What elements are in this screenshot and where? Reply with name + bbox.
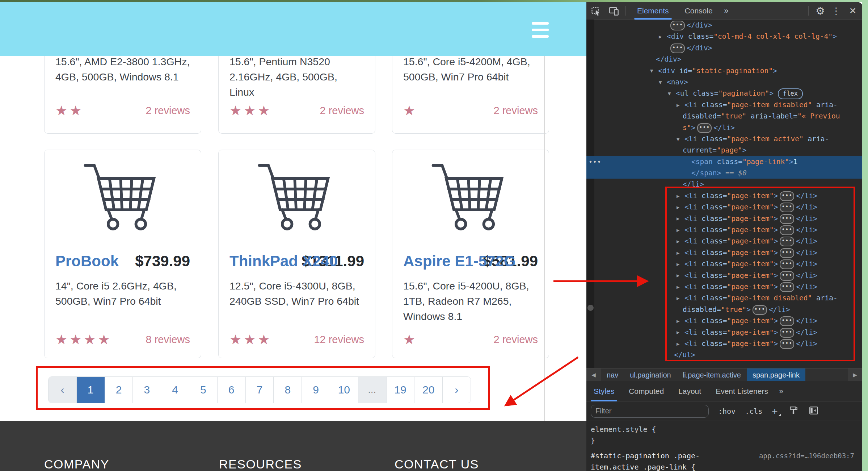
dom-node-line[interactable]: ▶<li class="page-item">•••</li> [595,236,862,247]
expand-arrow-icon[interactable]: ▶ [677,191,684,202]
review-count-link[interactable]: 2 reviews [320,105,365,117]
dom-node-line[interactable]: ▶<li class="page-item">•••</li> [595,327,862,338]
collapsed-children-icon[interactable]: ••• [780,282,794,292]
dom-node-line[interactable]: ▶<li class="page-item">•••</li> [595,281,862,292]
expand-arrow-icon[interactable]: ▶ [677,282,684,293]
toggle-hover-state-button[interactable]: :hov [718,407,736,416]
review-count-link[interactable]: 8 reviews [146,334,190,346]
expand-arrow-icon[interactable]: ▶ [677,338,684,350]
collapsed-children-icon[interactable]: ••• [780,259,794,269]
styles-tab-computed[interactable]: Computed [621,381,671,401]
close-devtools-icon[interactable]: ✕ [843,6,862,16]
product-name-link[interactable]: ProBook [55,253,119,270]
page-button-7[interactable]: 7 [246,377,274,403]
dom-node-line[interactable]: •••</div> [595,42,862,54]
breadcrumb-back-icon[interactable]: ◀ [586,368,601,382]
expand-arrow-icon[interactable]: ▼ [677,134,684,145]
page-button-‹[interactable]: ‹ [49,377,77,403]
page-button-8[interactable]: 8 [274,377,302,403]
page-button-2[interactable]: 2 [105,377,133,403]
matched-css-rule[interactable]: #static-pagination .page- item.active .p… [586,448,862,471]
collapsed-children-icon[interactable]: ••• [780,339,794,349]
collapsed-children-icon[interactable]: ••• [670,43,685,53]
styles-tab-event-listeners[interactable]: Event Listeners [708,381,775,401]
device-toolbar-icon[interactable] [605,6,623,16]
expand-arrow-icon[interactable]: ▶ [677,247,684,259]
dom-node-line[interactable]: ▶<li class="page-item">•••</li> [595,201,862,213]
collapsed-children-icon[interactable]: ••• [780,237,794,246]
page-button-1[interactable]: 1 [77,377,105,403]
dom-node-line[interactable]: ▶<li class="page-item">•••</li> [595,224,862,236]
collapsed-children-icon[interactable]: ••• [670,21,685,30]
devtools-scroll-gutter[interactable] [586,20,594,368]
breadcrumb-ul-pagination[interactable]: ul.pagination [624,368,677,382]
collapsed-children-icon[interactable]: ••• [753,305,767,315]
page-button-10[interactable]: 10 [330,377,358,403]
dom-node-line[interactable]: ▼<nav> [595,76,862,88]
inspect-element-icon[interactable] [586,6,605,16]
expand-arrow-icon[interactable]: ▶ [677,293,684,304]
expand-arrow-icon[interactable]: ▼ [659,77,667,88]
toggle-class-button[interactable]: .cls [745,407,762,416]
dom-node-line[interactable]: ▶<div class="col-md-4 col-xl-4 col-lg-4"… [595,31,862,42]
expand-arrow-icon[interactable]: ▶ [677,100,684,111]
page-button-9[interactable]: 9 [302,377,330,403]
dom-node-line[interactable]: </li> [595,179,862,190]
review-count-link[interactable]: 2 reviews [494,105,538,117]
dom-node-line[interactable]: ▶<li class="page-item">•••</li> [595,190,862,201]
page-button-3[interactable]: 3 [133,377,161,403]
collapsed-children-icon[interactable]: ••• [697,123,712,133]
expand-arrow-icon[interactable]: ▶ [677,213,684,224]
breadcrumb-nav[interactable]: nav [601,368,624,382]
review-count-link[interactable]: 12 reviews [314,334,364,346]
hamburger-menu-icon[interactable] [532,22,549,38]
expand-arrow-icon[interactable]: ▶ [677,236,684,247]
dom-node-line[interactable]: ▶<li class="page-item disabled" aria- [595,99,862,111]
page-button-5[interactable]: 5 [189,377,218,403]
devtools-tab-console[interactable]: Console [677,2,721,20]
dom-node-line[interactable]: </ul> [595,349,862,360]
more-tabs-icon[interactable]: » [721,6,732,16]
collapsed-children-icon[interactable]: ••• [780,203,794,212]
product-name-link[interactable]: Aspire E1-572G [403,253,516,270]
expand-arrow-icon[interactable]: ▶ [677,327,684,338]
styles-tab-layout[interactable]: Layout [671,381,708,401]
expand-arrow-icon[interactable]: ▶ [677,202,684,213]
devtools-tab-elements[interactable]: Elements [629,2,677,20]
dom-node-line[interactable]: ▶<li class="page-item">•••</li> [595,247,862,258]
dom-node-line[interactable]: ▶<li class="page-item">•••</li> [595,213,862,224]
page-button-6[interactable]: 6 [218,377,246,403]
scrollbar-thumb[interactable] [587,305,594,311]
expand-arrow-icon[interactable]: ▶ [659,31,667,42]
review-count-link[interactable]: 2 reviews [494,334,538,346]
page-scrollbar[interactable] [544,56,545,421]
dom-node-line[interactable]: current="page"> [595,145,862,156]
dom-node-line[interactable]: ▶<li class="page-item">•••</li> [595,258,862,270]
collapsed-children-icon[interactable]: ••• [780,191,794,201]
page-button-...[interactable]: ... [358,377,387,403]
stylesheet-source-link[interactable]: app.css?id=…196deeb03:7 [759,450,854,462]
dom-node-line[interactable]: </div> [595,54,862,65]
review-count-link[interactable]: 2 reviews [146,105,190,117]
node-actions-icon[interactable]: ••• [589,156,602,167]
collapsed-children-icon[interactable]: ••• [780,271,794,281]
settings-gear-icon[interactable]: ⚙ [812,5,829,17]
paintbrush-icon[interactable] [789,406,798,417]
breadcrumb-li-page-item-active[interactable]: li.page-item.active [677,368,747,382]
dom-node-line[interactable]: ▼<div id="static-pagination"> [595,65,862,76]
computed-sidebar-toggle-icon[interactable] [809,406,818,417]
dom-node-line[interactable]: •••</div> [595,20,862,31]
dom-node-line[interactable]: •••<span class="page-link">1 [586,156,862,167]
flex-badge[interactable]: flex [778,88,803,99]
collapsed-children-icon[interactable]: ••• [780,225,794,235]
collapsed-children-icon[interactable]: ••• [780,214,794,224]
element-style-section[interactable]: element.style { } [586,421,862,448]
dom-node-line[interactable]: s">•••</li> [595,122,862,133]
expand-arrow-icon[interactable]: ▶ [677,225,684,236]
breadcrumb-forward-icon[interactable]: ▶ [848,368,862,382]
dom-node-line[interactable]: ▶<li class="page-item">•••</li> [595,338,862,349]
more-styles-tabs-icon[interactable]: » [775,387,786,396]
page-button-›[interactable]: › [443,377,471,403]
dom-node-line[interactable]: ▶<li class="page-item">•••</li> [595,270,862,281]
breadcrumb-span-page-link[interactable]: span.page-link [747,368,805,382]
